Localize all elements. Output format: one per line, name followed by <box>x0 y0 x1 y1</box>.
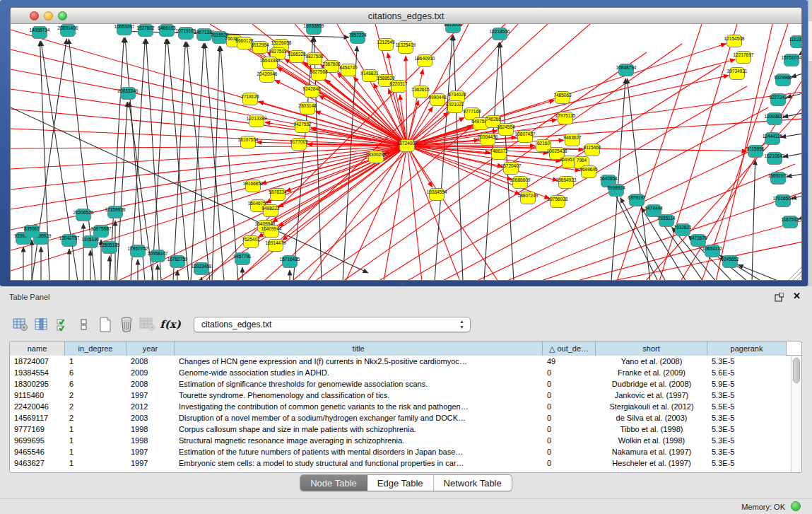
table-cell[interactable]: 14569117 <box>10 412 65 424</box>
table-cell[interactable]: 18724007 <box>10 356 65 367</box>
network-node[interactable]: 19734931 <box>727 68 748 80</box>
network-node[interactable]: 6466163 <box>158 25 176 37</box>
split-divider-handle[interactable] <box>400 282 406 286</box>
edge[interactable] <box>783 153 802 157</box>
table-row[interactable]: 977716911998Corpus callosum shape and si… <box>10 424 801 435</box>
citation-edge[interactable] <box>407 146 498 281</box>
network-node[interactable]: 6379197 <box>628 194 646 206</box>
network-node[interactable]: 11325419 <box>396 42 416 54</box>
citation-edge[interactable] <box>617 24 702 281</box>
function-builder-icon[interactable]: f(x) <box>158 318 182 331</box>
network-node[interactable]: 8454749 <box>339 64 358 76</box>
table-cell[interactable]: 19384554 <box>10 367 65 378</box>
network-node[interactable]: 12213383 <box>247 115 267 127</box>
delete-table-icon[interactable] <box>137 315 158 334</box>
network-node[interactable]: 12923468 <box>192 263 212 275</box>
citation-edge[interactable] <box>539 192 802 281</box>
network-node[interactable]: 9115460 <box>584 144 601 156</box>
table-cell[interactable]: 2009 <box>126 367 175 378</box>
network-node[interactable]: 17359928 <box>105 206 126 218</box>
table-cell[interactable]: 2 <box>65 390 126 401</box>
citation-edge[interactable] <box>384 146 407 281</box>
network-canvas[interactable]: 1405571420891406106532871527602646616310… <box>11 24 802 281</box>
citation-edge[interactable] <box>407 100 418 146</box>
citation-edge[interactable] <box>11 146 407 169</box>
network-node[interactable]: 9146821 <box>360 70 379 82</box>
table-cell[interactable]: 6 <box>65 367 126 378</box>
network-node[interactable]: 16914479 <box>266 240 286 252</box>
edge[interactable] <box>212 46 220 281</box>
float-panel-icon[interactable] <box>775 292 784 301</box>
network-node[interactable]: 15751074 <box>782 54 802 66</box>
table-cell[interactable]: 5.3E-5 <box>707 457 787 469</box>
table-cell[interactable]: Tourette syndrome. Phenomenology and cla… <box>175 390 543 401</box>
table-cell[interactable]: 1 <box>65 424 126 435</box>
table-cell[interactable]: 0 <box>543 378 596 390</box>
table-cell[interactable]: 5.9E-5 <box>707 378 787 390</box>
table-cell[interactable]: 1998 <box>126 424 175 435</box>
network-node[interactable]: 10653287 <box>114 24 135 35</box>
table-cell[interactable]: 1 <box>65 356 126 367</box>
network-node[interactable]: 15716485 <box>280 256 300 268</box>
network-node[interactable]: 10654112 <box>702 245 723 257</box>
network-node[interactable]: 9245652 <box>721 256 739 268</box>
table-cell[interactable]: 0 <box>543 367 596 378</box>
network-node[interactable]: 12154508 <box>724 35 745 47</box>
table-cell[interactable]: 9777169 <box>10 424 65 435</box>
citation-edge[interactable] <box>11 146 407 230</box>
network-node[interactable]: 15720407 <box>501 163 522 175</box>
network-node[interactable]: 12217697 <box>734 52 754 64</box>
edge[interactable] <box>343 46 357 281</box>
table-header-cell[interactable]: short <box>596 341 707 356</box>
table-row[interactable]: 1830029562008Estimation of significance … <box>10 378 801 390</box>
edge[interactable] <box>435 35 452 281</box>
delete-column-icon[interactable] <box>116 315 137 334</box>
network-window-titlebar[interactable]: citations_edges.txt <box>11 8 801 24</box>
tab-node-table[interactable]: Node Table <box>300 475 367 491</box>
edge[interactable] <box>500 42 514 281</box>
network-node[interactable]: 20364436 <box>478 134 498 146</box>
network-node[interactable]: 10807487 <box>515 131 536 143</box>
network-node[interactable]: 10719165 <box>176 28 196 40</box>
network-node[interactable]: 18640910 <box>415 55 435 67</box>
table-row[interactable]: 946554611997Estimation of the future num… <box>10 446 801 457</box>
network-node[interactable]: 9177003 <box>290 139 308 151</box>
table-cell[interactable]: 1997 <box>126 390 175 401</box>
network-node[interactable]: 18807249 <box>518 192 539 204</box>
table-cell[interactable]: 2012 <box>126 401 175 412</box>
network-node[interactable]: 17957252 <box>128 245 148 257</box>
network-node[interactable]: 14055714 <box>30 27 50 39</box>
citation-edge[interactable] <box>406 56 407 146</box>
table-cell[interactable]: 1 <box>65 446 126 457</box>
network-node[interactable]: 9463627 <box>563 134 582 146</box>
table-cell[interactable]: 2003 <box>126 412 175 424</box>
table-cell[interactable]: Hescheler et al. (1997) <box>596 457 707 469</box>
table-cell[interactable]: 0 <box>543 424 596 435</box>
table-cell[interactable]: 0 <box>543 390 596 401</box>
table-cell[interactable]: 49 <box>543 356 596 367</box>
network-node[interactable]: 19654923 <box>556 177 577 189</box>
table-cell[interactable]: 2008 <box>126 378 175 390</box>
network-node[interactable]: 16210643 <box>765 153 785 165</box>
edge[interactable] <box>783 113 802 117</box>
table-cell[interactable]: 18300295 <box>10 378 65 390</box>
memory-status-dot[interactable] <box>791 501 801 511</box>
network-node[interactable]: 7485063 <box>553 92 572 104</box>
edge[interactable] <box>187 42 210 281</box>
table-cell[interactable]: 5.3E-5 <box>707 390 787 401</box>
citation-edge[interactable] <box>407 24 469 146</box>
network-node[interactable]: 9457791 <box>233 253 252 265</box>
edge[interactable] <box>752 160 755 281</box>
network-node[interactable]: 7932621 <box>673 224 692 236</box>
table-cell[interactable]: 2008 <box>126 356 175 367</box>
network-node[interactable]: 1212549 <box>377 39 395 51</box>
table-cell[interactable]: Yano et al. (2008) <box>596 356 707 367</box>
table-cell[interactable]: 1998 <box>126 435 175 446</box>
network-node[interactable]: 9990448 <box>428 94 447 106</box>
network-node[interactable]: 5878334 <box>269 189 287 201</box>
table-scrollbar[interactable] <box>791 356 801 472</box>
table-cell[interactable]: 9463627 <box>10 457 65 469</box>
edge[interactable] <box>484 42 499 281</box>
citation-edge[interactable] <box>283 146 407 240</box>
network-node[interactable]: 2803144 <box>298 103 317 115</box>
